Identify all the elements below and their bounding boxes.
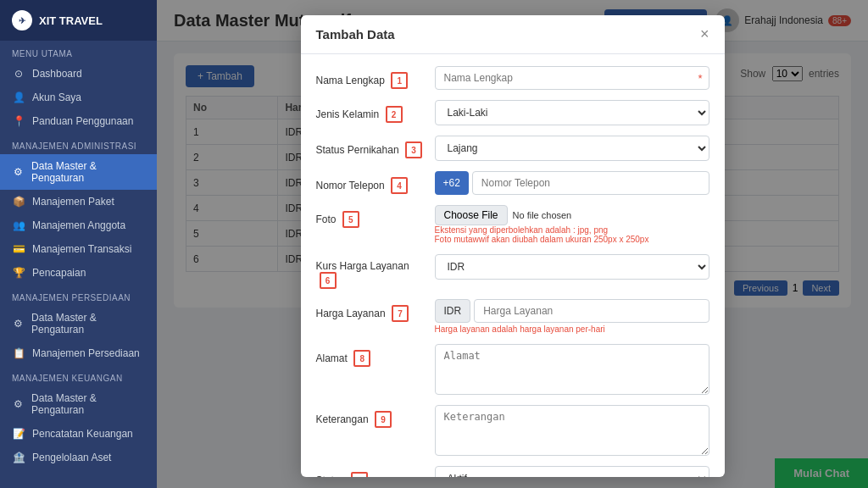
modal-title: Tambah Data bbox=[316, 27, 395, 42]
field-num-10: 10 bbox=[351, 472, 368, 477]
sidebar-item-persediaan-master[interactable]: ⚙ Data Master & Pengaturan bbox=[0, 306, 157, 341]
status-label: Status 10 bbox=[316, 466, 426, 477]
sidebar-item-label: Manajemen Transaksi bbox=[32, 243, 131, 255]
sidebar-item-label: Pengelolaan Aset bbox=[32, 452, 111, 463]
sidebar-item-label: Pencatatan Keuangan bbox=[32, 428, 133, 440]
sidebar-item-label: Data Master & Pengaturan bbox=[31, 312, 145, 336]
modal-header: Tambah Data × bbox=[301, 15, 725, 54]
sidebar-item-pencatatan[interactable]: 📝 Pencatatan Keuangan bbox=[0, 422, 157, 446]
field-num-6: 6 bbox=[320, 272, 337, 289]
transaksi-icon: 💳 bbox=[12, 243, 25, 255]
jenis-select[interactable]: Laki-Laki Perempuan bbox=[435, 100, 709, 125]
sidebar-item-persediaan[interactable]: 📋 Manajemen Persediaan bbox=[0, 341, 157, 365]
nama-input[interactable] bbox=[435, 66, 709, 90]
field-num-3: 3 bbox=[405, 141, 422, 158]
harga-note: Harga layanan adalah harga layanan per-h… bbox=[435, 324, 709, 334]
sidebar-item-label: Panduan Penggunaan bbox=[32, 115, 133, 127]
status-row: Status 10 Aktif Tidak Aktif bbox=[316, 466, 709, 477]
anggota-icon: 👥 bbox=[12, 219, 25, 231]
harga-label: Harga Layanan 7 bbox=[316, 299, 426, 322]
sidebar-item-label: Akun Saya bbox=[32, 92, 81, 103]
data-master-icon: ⚙ bbox=[12, 166, 25, 178]
sidebar-item-label: Data Master & Pengaturan bbox=[31, 392, 145, 416]
field-num-8: 8 bbox=[353, 350, 370, 367]
akun-icon: 👤 bbox=[12, 92, 25, 103]
sidebar-item-pencapaian[interactable]: 🏆 Pencapaian bbox=[0, 261, 157, 285]
sidebar-logo: ✈ XIT TRAVEL bbox=[0, 0, 157, 41]
required-star: * bbox=[698, 72, 702, 85]
phone-group: +62 bbox=[435, 171, 709, 195]
harga-group: IDR bbox=[435, 299, 709, 323]
section-admin: MANAJEMEN ADMINISTRASI bbox=[0, 133, 157, 154]
status-pernikahan-label: Status Pernikahan 3 bbox=[316, 136, 426, 158]
status-select[interactable]: Aktif Tidak Aktif bbox=[435, 466, 709, 477]
logo-icon: ✈ bbox=[12, 10, 32, 30]
telepon-label: Nomor Telepon 4 bbox=[316, 171, 426, 194]
logo-text: XIT TRAVEL bbox=[39, 14, 103, 27]
sidebar-item-label: Manajemen Paket bbox=[32, 196, 114, 208]
harga-prefix: IDR bbox=[435, 299, 471, 323]
paket-icon: 📦 bbox=[12, 196, 25, 208]
jenis-label: Jenis Kelamin 2 bbox=[316, 100, 426, 123]
modal-tambah-data: Tambah Data × Nama Lengkap 1 * bbox=[301, 15, 725, 477]
sidebar-item-label: Data Master & Pengaturan bbox=[31, 160, 145, 184]
country-code-button[interactable]: +62 bbox=[435, 171, 469, 195]
pencapaian-icon: 🏆 bbox=[12, 267, 25, 279]
kurs-label: Kurs Harga Layanan 6 bbox=[316, 254, 426, 289]
sidebar-item-keuangan-master[interactable]: ⚙ Data Master & Pengaturan bbox=[0, 386, 157, 422]
main-content: Data Master Mutawwif Kunjungi Website 👤 … bbox=[157, 0, 868, 488]
modal-close-button[interactable]: × bbox=[700, 25, 709, 43]
foto-label: Foto 5 bbox=[316, 205, 426, 228]
section-menu-utama: MENU UTAMA bbox=[0, 41, 157, 62]
alamat-input[interactable] bbox=[435, 344, 709, 395]
sidebar-item-label: Manajemen Anggota bbox=[32, 219, 125, 231]
alamat-label: Alamat 8 bbox=[316, 344, 426, 367]
pencatatan-icon: 📝 bbox=[12, 428, 25, 440]
sidebar-item-label: Pencapaian bbox=[32, 267, 86, 279]
file-group: Choose File No file chosen bbox=[435, 205, 709, 225]
no-file-text: No file chosen bbox=[513, 210, 572, 220]
sidebar-item-dashboard[interactable]: ⊙ Dashboard bbox=[0, 62, 157, 86]
sidebar-item-transaksi[interactable]: 💳 Manajemen Transaksi bbox=[0, 237, 157, 261]
status-pernikahan-select[interactable]: Lajang Menikah Cerai bbox=[435, 136, 709, 161]
persediaan-icon: 📋 bbox=[12, 347, 25, 359]
sidebar-item-label: Manajemen Persediaan bbox=[32, 347, 140, 359]
sidebar: ✈ XIT TRAVEL MENU UTAMA ⊙ Dashboard 👤 Ak… bbox=[0, 0, 157, 488]
field-num-7: 7 bbox=[392, 305, 409, 322]
section-persediaan: MANAJEMEN PERSEDIAAN bbox=[0, 285, 157, 306]
keuangan-master-icon: ⚙ bbox=[12, 398, 25, 410]
telepon-row: Nomor Telepon 4 +62 bbox=[316, 171, 709, 195]
sidebar-item-label: Dashboard bbox=[32, 68, 82, 80]
sidebar-item-data-master[interactable]: ⚙ Data Master & Pengaturan bbox=[0, 154, 157, 190]
harga-row: Harga Layanan 7 IDR Harga layanan adalah… bbox=[316, 299, 709, 334]
sidebar-item-aset[interactable]: 🏦 Pengelolaan Aset bbox=[0, 446, 157, 469]
persediaan-master-icon: ⚙ bbox=[12, 318, 25, 330]
nama-row: Nama Lengkap 1 * bbox=[316, 66, 709, 90]
kurs-row: Kurs Harga Layanan 6 IDR USD SAR bbox=[316, 254, 709, 289]
foto-note2: Foto mutawwif akan diubah dalam ukuran 2… bbox=[435, 235, 709, 244]
field-num-1: 1 bbox=[391, 72, 408, 89]
choose-file-button[interactable]: Choose File bbox=[435, 205, 508, 225]
sidebar-item-akun[interactable]: 👤 Akun Saya bbox=[0, 86, 157, 109]
alamat-row: Alamat 8 bbox=[316, 344, 709, 395]
nama-label: Nama Lengkap 1 bbox=[316, 66, 426, 89]
field-num-5: 5 bbox=[342, 211, 359, 228]
dashboard-icon: ⊙ bbox=[12, 68, 25, 80]
sidebar-item-anggota[interactable]: 👥 Manajemen Anggota bbox=[0, 214, 157, 237]
status-pernikahan-row: Status Pernikahan 3 Lajang Menikah Cerai bbox=[316, 136, 709, 161]
harga-input[interactable] bbox=[474, 299, 709, 323]
keterangan-input[interactable] bbox=[435, 405, 709, 456]
field-num-2: 2 bbox=[386, 106, 403, 123]
kurs-select[interactable]: IDR USD SAR bbox=[435, 254, 709, 280]
telepon-input[interactable] bbox=[472, 171, 709, 195]
section-keuangan: MANAJEMEN KEUANGAN bbox=[0, 365, 157, 386]
keterangan-row: Keterangan 9 bbox=[316, 405, 709, 456]
modal-body: Nama Lengkap 1 * Jenis Kelamin 2 bbox=[301, 54, 725, 477]
field-num-4: 4 bbox=[391, 177, 408, 194]
panduan-icon: 📍 bbox=[12, 115, 25, 127]
foto-note1: Ekstensi yang diperbolehkan adalah : jpg… bbox=[435, 225, 709, 235]
sidebar-item-paket[interactable]: 📦 Manajemen Paket bbox=[0, 190, 157, 214]
sidebar-item-panduan[interactable]: 📍 Panduan Penggunaan bbox=[0, 109, 157, 133]
jenis-row: Jenis Kelamin 2 Laki-Laki Perempuan bbox=[316, 100, 709, 125]
aset-icon: 🏦 bbox=[12, 452, 25, 463]
